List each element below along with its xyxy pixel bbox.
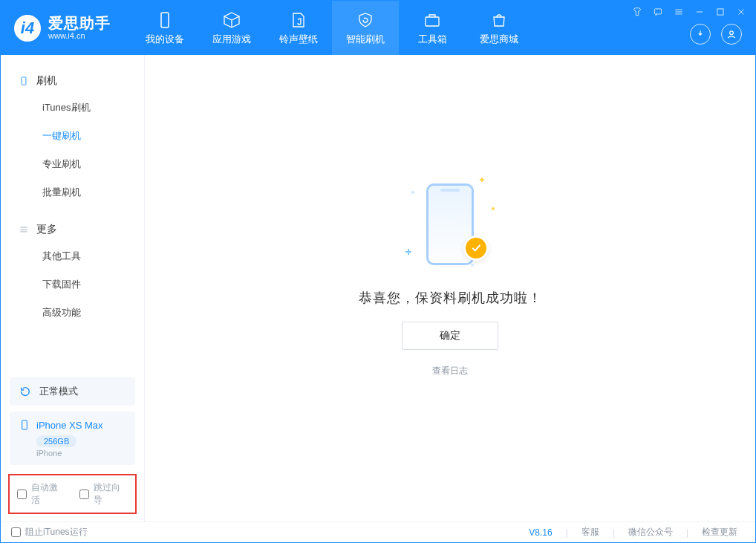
block-itunes-checkbox[interactable] bbox=[11, 527, 21, 537]
maximize-button[interactable] bbox=[714, 5, 727, 19]
tab-label: 铃声壁纸 bbox=[279, 33, 318, 46]
block-itunes-label: 阻止iTunes运行 bbox=[25, 526, 88, 539]
menu-icon[interactable] bbox=[672, 5, 685, 19]
success-illustration bbox=[391, 178, 509, 274]
main-tabs: 我的设备 应用游戏 铃声壁纸 智能刷机 工具箱 爱思商城 bbox=[131, 1, 532, 55]
phone-icon bbox=[155, 10, 175, 30]
view-log-link[interactable]: 查看日志 bbox=[432, 365, 468, 377]
svg-rect-1 bbox=[426, 17, 439, 26]
svg-rect-4 bbox=[717, 9, 723, 15]
ok-button[interactable]: 确定 bbox=[402, 322, 498, 350]
sidebar-group-flash: 刷机 bbox=[1, 68, 144, 94]
svg-rect-5 bbox=[22, 77, 26, 85]
sidebar-group-more: 更多 bbox=[1, 217, 144, 242]
tab-apps-games[interactable]: 应用游戏 bbox=[198, 1, 265, 55]
sidebar-item-itunes-flash[interactable]: iTunes刷机 bbox=[1, 94, 144, 122]
sidebar-item-other-tools[interactable]: 其他工具 bbox=[1, 242, 144, 270]
mode-label: 正常模式 bbox=[39, 385, 78, 398]
sidebar-item-oneclick-flash[interactable]: 一键刷机 bbox=[1, 122, 144, 150]
tab-label: 应用游戏 bbox=[212, 33, 251, 46]
skip-guide-input[interactable] bbox=[79, 490, 89, 499]
sidebar: 刷机 iTunes刷机 一键刷机 专业刷机 批量刷机 更多 其他工具 下载固件 … bbox=[1, 55, 145, 521]
minimize-button[interactable] bbox=[693, 5, 706, 19]
account-button[interactable] bbox=[721, 24, 742, 45]
feedback-icon[interactable] bbox=[651, 5, 665, 19]
cube-icon bbox=[222, 10, 241, 30]
app-subtitle: www.i4.cn bbox=[48, 31, 111, 40]
logo-area: i4 爱思助手 www.i4.cn bbox=[1, 1, 124, 55]
refresh-shield-icon bbox=[356, 10, 375, 30]
tab-my-device[interactable]: 我的设备 bbox=[131, 1, 198, 55]
close-button[interactable] bbox=[734, 5, 748, 19]
download-manager-button[interactable] bbox=[690, 24, 711, 45]
dot-icon bbox=[471, 264, 474, 267]
refresh-icon bbox=[19, 385, 32, 398]
sidebar-item-advanced[interactable]: 高级功能 bbox=[1, 299, 144, 327]
sidebar-item-batch-flash[interactable]: 批量刷机 bbox=[1, 178, 144, 207]
sidebar-group-title: 更多 bbox=[36, 223, 57, 236]
device-capacity: 256GB bbox=[36, 435, 76, 447]
app-logo-icon: i4 bbox=[14, 15, 41, 42]
sidebar-group-title: 刷机 bbox=[36, 74, 57, 88]
main-content: 恭喜您，保资料刷机成功啦！ 确定 查看日志 bbox=[145, 55, 755, 521]
device-mode-box[interactable]: 正常模式 bbox=[10, 377, 135, 406]
tab-toolbox[interactable]: 工具箱 bbox=[399, 1, 466, 55]
svg-rect-6 bbox=[22, 420, 27, 429]
auto-activate-label: 自动激活 bbox=[31, 481, 66, 507]
checkmark-badge-icon bbox=[463, 235, 489, 261]
sparkle-icon bbox=[405, 249, 410, 253]
tab-ringtones-wallpapers[interactable]: 铃声壁纸 bbox=[265, 1, 332, 55]
sidebar-item-download-firmware[interactable]: 下载固件 bbox=[1, 270, 144, 299]
app-title: 爱思助手 bbox=[48, 15, 111, 31]
footer-link-support[interactable]: 客服 bbox=[574, 526, 607, 539]
dot-icon bbox=[492, 207, 495, 210]
music-file-icon bbox=[289, 10, 308, 30]
sparkle-icon bbox=[411, 191, 416, 195]
sidebar-item-pro-flash[interactable]: 专业刷机 bbox=[1, 150, 144, 178]
success-message: 恭喜您，保资料刷机成功啦！ bbox=[359, 289, 542, 307]
tab-label: 我的设备 bbox=[146, 33, 184, 46]
flash-options-row: 自动激活 跳过向导 bbox=[8, 474, 137, 514]
phone-small-icon bbox=[19, 419, 30, 431]
skip-guide-checkbox[interactable]: 跳过向导 bbox=[79, 481, 128, 507]
skip-guide-label: 跳过向导 bbox=[94, 481, 128, 507]
bag-icon bbox=[489, 10, 509, 30]
version-label[interactable]: V8.16 bbox=[521, 527, 559, 538]
svg-point-2 bbox=[730, 31, 734, 35]
toolbox-icon bbox=[423, 10, 442, 30]
titlebar: i4 爱思助手 www.i4.cn 我的设备 应用游戏 铃声壁纸 智能刷机 工具… bbox=[1, 1, 755, 55]
tab-label: 智能刷机 bbox=[346, 33, 385, 46]
auto-activate-checkbox[interactable]: 自动激活 bbox=[17, 481, 66, 507]
footer-link-update[interactable]: 检查更新 bbox=[694, 526, 745, 539]
device-name: iPhone XS Max bbox=[36, 420, 103, 431]
titlebar-right-icons bbox=[690, 24, 742, 45]
skin-icon[interactable] bbox=[630, 5, 644, 19]
device-type: iPhone bbox=[36, 449, 126, 458]
svg-rect-0 bbox=[161, 13, 169, 27]
list-icon bbox=[19, 224, 29, 235]
body: 刷机 iTunes刷机 一键刷机 专业刷机 批量刷机 更多 其他工具 下载固件 … bbox=[1, 55, 755, 521]
window-controls bbox=[630, 5, 748, 19]
device-icon bbox=[19, 76, 29, 86]
tab-label: 工具箱 bbox=[418, 33, 447, 46]
auto-activate-input[interactable] bbox=[17, 490, 27, 499]
tab-smart-flash[interactable]: 智能刷机 bbox=[332, 1, 399, 55]
sparkle-icon bbox=[480, 178, 484, 182]
footer-link-wechat[interactable]: 微信公众号 bbox=[621, 526, 680, 539]
tab-store[interactable]: 爱思商城 bbox=[466, 1, 532, 55]
footer: 阻止iTunes运行 V8.16 | 客服 | 微信公众号 | 检查更新 bbox=[1, 521, 755, 542]
device-info-box[interactable]: iPhone XS Max 256GB iPhone bbox=[10, 412, 135, 465]
svg-rect-3 bbox=[654, 9, 661, 14]
tab-label: 爱思商城 bbox=[480, 33, 518, 46]
